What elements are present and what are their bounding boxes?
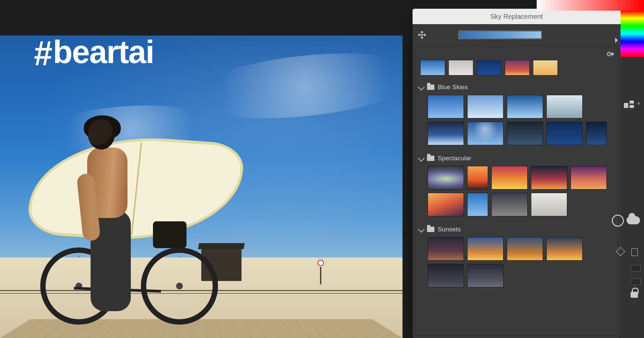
app-root: #beartai Sky Replacement ⚙︎▾ Blue SkiesS… <box>0 0 644 338</box>
recent-sky-thumb[interactable] <box>448 60 473 75</box>
chevron-down-icon <box>418 84 425 91</box>
thumbnail-grid-menu-icon[interactable]: ≡ <box>637 101 640 106</box>
recent-skies-row <box>415 60 618 79</box>
photo-signpole <box>320 266 321 284</box>
preset-folder-header[interactable]: Spectacular <box>418 152 615 165</box>
preset-folder-header[interactable]: Blue Skies <box>418 81 615 94</box>
chevron-down-icon <box>418 226 425 233</box>
sky-preset-thumb[interactable] <box>428 193 464 216</box>
sky-preset-thumb[interactable] <box>467 264 503 287</box>
photo-lifebuoy <box>316 258 325 268</box>
sky-preset-thumb[interactable] <box>467 95 503 118</box>
sky-preset-thumb[interactable] <box>491 193 528 216</box>
sky-preset-thumb[interactable] <box>428 95 464 118</box>
cloud-icon[interactable] <box>627 216 640 224</box>
sky-preset-thumb[interactable] <box>531 166 567 189</box>
sky-replacement-panel: Sky Replacement ⚙︎▾ Blue SkiesSpectacula… <box>413 9 621 338</box>
recent-sky-thumb[interactable] <box>505 60 530 75</box>
panel-titlebar[interactable]: Sky Replacement <box>413 9 621 24</box>
photo: #beartai <box>0 36 402 338</box>
panel-row-icons <box>631 265 641 285</box>
watermark-text: beartai <box>53 36 154 70</box>
folder-icon <box>427 84 434 90</box>
hue-ramp[interactable] <box>621 11 644 57</box>
recent-sky-thumb[interactable] <box>420 60 445 75</box>
sky-preset-thumb[interactable] <box>467 193 488 216</box>
sky-preset-thumb[interactable] <box>507 122 543 145</box>
sky-preset-thumb[interactable] <box>428 166 464 189</box>
chevron-down-icon <box>418 155 425 162</box>
preset-grid <box>418 236 615 289</box>
sky-preset-thumb[interactable] <box>531 193 567 216</box>
watermark: #beartai <box>34 36 154 68</box>
folder-icon <box>427 156 434 161</box>
row-icon-1[interactable] <box>631 265 641 272</box>
preset-folder-header[interactable]: Sunsets <box>418 223 615 236</box>
preset-grid <box>418 165 615 218</box>
panel-title: Sky Replacement <box>490 13 543 20</box>
selected-sky-thumbnail[interactable] <box>458 31 542 39</box>
preset-tools: ⚙︎▾ <box>415 48 618 60</box>
recent-sky-thumb[interactable] <box>533 60 558 75</box>
sky-preset-thumb[interactable] <box>467 122 503 145</box>
sky-preset-thumb[interactable] <box>507 237 543 261</box>
watermark-hash: # <box>34 36 50 70</box>
hue-indicator-icon <box>615 38 621 43</box>
preset-grid <box>418 94 615 147</box>
document-canvas[interactable]: #beartai <box>0 36 402 338</box>
sky-preset-thumb[interactable] <box>586 122 607 145</box>
sky-preset-thumb[interactable] <box>571 166 607 189</box>
panel-toolbar <box>413 24 621 46</box>
sky-preset-thumb[interactable] <box>467 166 488 189</box>
lock-icon[interactable] <box>631 292 638 298</box>
recent-sky-thumb[interactable] <box>477 60 501 75</box>
sky-preset-thumb[interactable] <box>507 95 543 118</box>
sky-preset-thumb[interactable] <box>546 237 583 261</box>
photo-figure <box>50 117 178 325</box>
preset-folder-label: Spectacular <box>438 155 471 162</box>
preset-folder: Blue Skies <box>415 79 618 151</box>
sky-preset-thumb[interactable] <box>428 264 464 287</box>
preset-folders: Blue SkiesSpectacularSunsets <box>415 79 618 293</box>
preset-folder: Spectacular <box>415 151 618 222</box>
sky-preset-thumb[interactable] <box>428 237 464 261</box>
preset-folder-label: Sunsets <box>438 226 461 233</box>
circle-icon[interactable] <box>612 215 624 227</box>
sky-preset-thumb[interactable] <box>428 122 464 145</box>
folder-icon <box>427 227 434 232</box>
gear-icon[interactable]: ⚙︎▾ <box>606 50 613 58</box>
preset-folder: Sunsets <box>415 222 618 293</box>
preset-folder-label: Blue Skies <box>438 83 468 91</box>
sky-preset-thumb[interactable] <box>467 237 503 261</box>
row-icon-2[interactable] <box>631 278 641 285</box>
sky-preset-thumb[interactable] <box>491 166 528 189</box>
sky-preset-browser: ⚙︎▾ Blue SkiesSpectacularSunsets <box>415 48 619 336</box>
sky-preset-thumb[interactable] <box>546 95 583 118</box>
saturation-ramp[interactable] <box>537 0 644 11</box>
thumbnail-grid-icon[interactable] <box>624 101 634 108</box>
document-icon[interactable] <box>631 248 638 256</box>
move-tool-icon[interactable] <box>418 31 426 39</box>
sky-preset-thumb[interactable] <box>546 122 583 145</box>
